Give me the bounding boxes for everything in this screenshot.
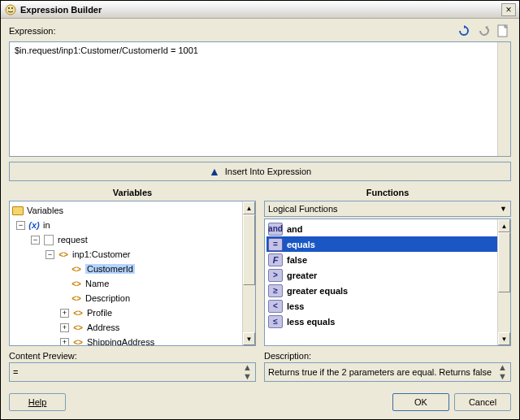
expand-icon[interactable]: + [60, 338, 69, 347]
func-less[interactable]: <less [266, 298, 510, 314]
spinner-icon[interactable]: ▲▼ [498, 363, 507, 381]
tree-node-name[interactable]: <> Name [11, 276, 254, 291]
functions-header: Functions [264, 186, 511, 201]
element-icon: <> [57, 249, 70, 260]
refresh-icon[interactable] [456, 24, 472, 38]
func-equals[interactable]: =equals [266, 236, 510, 252]
title-bar: Expression Builder × [1, 1, 519, 19]
insert-label: Insert Into Expression [225, 167, 311, 176]
element-icon: <> [70, 263, 83, 275]
expand-icon[interactable]: + [60, 323, 69, 332]
content-preview-field[interactable]: = ▲▼ [9, 362, 256, 382]
cancel-button[interactable]: Cancel [454, 393, 511, 411]
tree-scrollbar[interactable]: ▲▼ [242, 201, 255, 345]
undo-icon[interactable] [475, 24, 492, 38]
help-button[interactable]: Help [9, 393, 66, 411]
func-greater-equals[interactable]: ≥greater equals [266, 283, 510, 298]
description-label: Description: [264, 351, 511, 361]
chevron-down-icon: ▼ [500, 205, 507, 213]
functions-scrollbar[interactable]: ▲▼ [497, 219, 510, 345]
expression-textarea[interactable]: $in.request/inp1:Customer/CustomerId = 1… [9, 41, 511, 157]
tree-node-request[interactable]: − request [11, 232, 254, 247]
insert-into-expression-button[interactable]: ▲ Insert Into Expression [9, 162, 511, 181]
collapse-icon[interactable]: − [46, 250, 54, 259]
expression-scrollbar[interactable] [497, 42, 510, 156]
functions-list[interactable]: andand =equals Ffalse >greater ≥greater … [264, 219, 511, 346]
func-less-equals[interactable]: ≤less equals [266, 314, 510, 329]
ok-button[interactable]: OK [392, 393, 449, 411]
element-icon: <> [72, 322, 84, 333]
svg-point-0 [6, 5, 15, 15]
content-preview-label: Content Preview: [9, 351, 256, 361]
expression-label: Expression: [9, 26, 456, 36]
tree-node-customerid[interactable]: <> CustomerId [11, 262, 254, 276]
app-icon [4, 3, 17, 16]
document-icon [42, 234, 55, 245]
tree-node-address[interactable]: + <> Address [11, 320, 254, 335]
tree-node-in[interactable]: − (x) in [11, 218, 254, 232]
description-field[interactable]: Returns true if the 2 parameters are equ… [264, 362, 511, 382]
function-category-dropdown[interactable]: Logical Functions ▼ [264, 201, 511, 217]
variables-tree[interactable]: Variables − (x) in − request − < [9, 201, 256, 346]
svg-point-1 [8, 7, 10, 9]
func-icon: > [268, 269, 283, 282]
tree-node-profile[interactable]: + <> Profile [11, 305, 254, 320]
element-icon: <> [72, 336, 84, 346]
func-icon: and [268, 223, 283, 236]
spinner-icon[interactable]: ▲▼ [243, 363, 252, 381]
func-false[interactable]: Ffalse [266, 252, 510, 267]
element-icon: <> [72, 307, 84, 318]
expression-text: $in.request/inp1:Customer/CustomerId = 1… [15, 45, 198, 55]
collapse-icon[interactable]: − [31, 236, 40, 245]
element-icon: <> [70, 278, 83, 289]
tree-node-customer[interactable]: − <> inp1:Customer [11, 247, 254, 262]
func-greater[interactable]: >greater [266, 267, 510, 283]
variable-icon: (x) [28, 219, 41, 231]
tree-node-description[interactable]: <> Description [11, 291, 254, 305]
func-icon: ≤ [268, 315, 283, 328]
dialog-content: Expression: $in.request/inp1:Customer/Cu… [1, 19, 519, 419]
func-and[interactable]: andand [266, 221, 510, 236]
new-page-icon[interactable] [495, 24, 511, 38]
func-icon: ≥ [268, 284, 283, 297]
expand-icon[interactable]: + [60, 309, 69, 318]
svg-point-2 [11, 7, 13, 9]
collapse-icon[interactable]: − [16, 221, 25, 230]
close-button[interactable]: × [501, 3, 516, 16]
tree-node-shippingaddress[interactable]: + <> ShippingAddress [11, 335, 254, 346]
window-title: Expression Builder [20, 5, 501, 15]
tree-root[interactable]: Variables [11, 203, 254, 218]
chevron-up-icon: ▲ [209, 165, 220, 178]
folder-icon [11, 205, 24, 216]
func-icon: F [268, 253, 283, 266]
variables-header: Variables [9, 186, 256, 201]
func-icon: = [268, 238, 283, 251]
element-icon: <> [70, 292, 83, 304]
func-icon: < [268, 300, 283, 313]
